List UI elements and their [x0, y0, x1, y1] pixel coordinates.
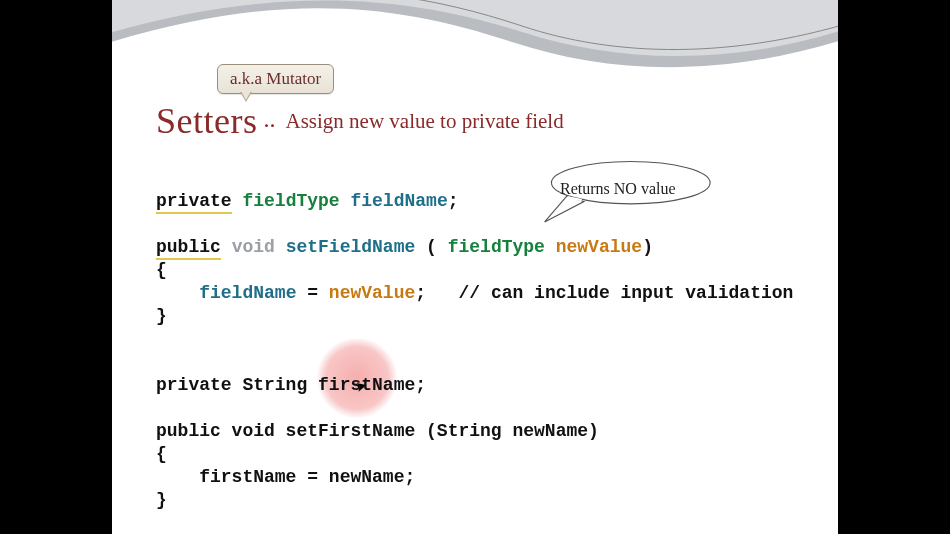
assign-value: newValue: [329, 283, 415, 303]
code-line-9: public void setFirstName (String newName…: [156, 421, 599, 441]
code-line-3: {: [156, 260, 167, 280]
mutator-callout-label: a.k.a Mutator: [230, 69, 321, 88]
setter-prefix: set: [286, 237, 318, 257]
keyword-private: private: [156, 191, 232, 214]
slide-subtitle: Assign new value to private field: [285, 109, 563, 133]
param-name: newValue: [556, 237, 642, 257]
code-line-7: private String firstName;: [156, 375, 426, 395]
validation-comment: // can include input validation: [426, 283, 793, 303]
code-line-11: firstName = newName;: [156, 467, 415, 487]
slide: a.k.a Mutator Setters .. Assign new valu…: [112, 0, 838, 534]
assign-target: fieldName: [199, 283, 296, 303]
code-block: private fieldType fieldName; public void…: [156, 190, 793, 512]
code-line-12: }: [156, 490, 167, 510]
slide-title: Setters: [156, 101, 257, 141]
ident-fieldName: fieldName: [350, 191, 447, 211]
code-line-10: {: [156, 444, 167, 464]
code-line-1: private fieldType fieldName;: [156, 191, 459, 214]
type-fieldType: fieldType: [242, 191, 339, 211]
slide-title-row: Setters .. Assign new value to private f…: [156, 100, 564, 142]
code-line-5: }: [156, 306, 167, 326]
code-line-2: public void setFieldName ( fieldType new…: [156, 237, 653, 260]
keyword-void: void: [232, 237, 275, 257]
param-type: fieldType: [448, 237, 545, 257]
keyword-public: public: [156, 237, 221, 260]
mutator-callout: a.k.a Mutator: [217, 64, 334, 94]
setter-name: FieldName: [318, 237, 415, 257]
code-line-4: fieldName = newValue; // can include inp…: [156, 283, 793, 303]
title-dots: ..: [263, 106, 275, 133]
